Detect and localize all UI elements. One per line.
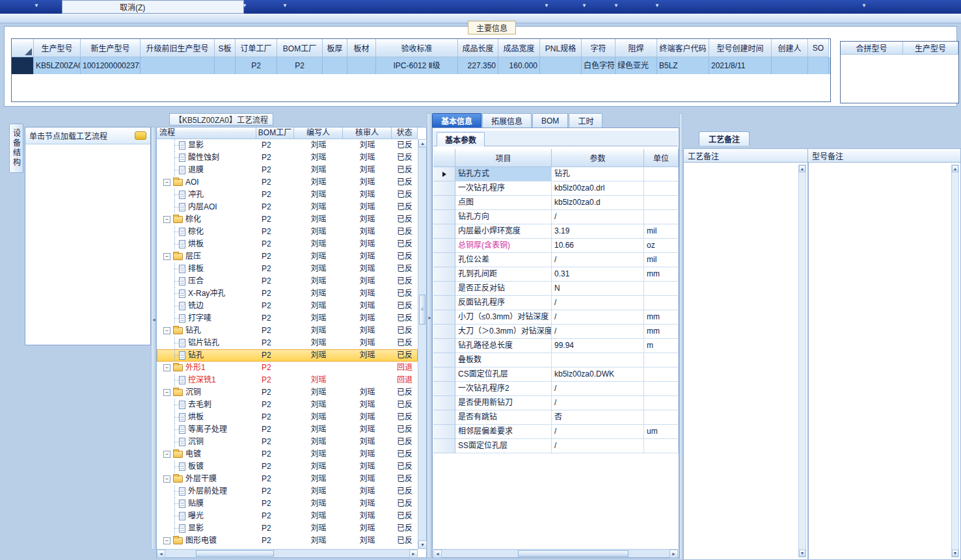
param-unit-cell[interactable]: mm [644,267,679,282]
param-value-cell[interactable]: / [552,325,644,339]
model-notes-body[interactable] [808,163,961,560]
scroll-down-button[interactable] [418,540,427,549]
column-header[interactable]: 成品宽度 [498,39,540,57]
collapse-right-icon[interactable]: ► [427,315,431,320]
tree-row[interactable]: X-Ray冲孔P2刘瑶刘瑶已反 [157,287,418,300]
column-header-process-notes[interactable]: 工艺备注 [683,148,808,163]
tree-row[interactable]: 压合P2刘瑶刘瑶已反 [157,275,418,287]
grid-cell[interactable]: IPC-6012 Ⅱ级 [376,57,458,74]
tree-row[interactable]: 沉铜P2刘瑶刘瑶已反 [157,386,418,399]
param-value-cell[interactable]: kb5lz00za0.drl [552,181,644,196]
grid-cell[interactable] [141,57,215,74]
param-row[interactable]: 是否使用新钻刀/ [433,396,679,410]
tree-row[interactable]: 层压P2刘瑶刘瑶已反 [157,250,418,263]
param-item-cell[interactable]: 是否正反对钻 [455,282,552,296]
column-header-item[interactable]: 项目 [455,149,552,167]
param-unit-cell[interactable] [644,367,679,382]
param-value-cell[interactable]: 否 [552,410,644,425]
tree-row[interactable]: 烘板P2刘瑶刘瑶已反 [157,238,418,250]
column-header-reviewer[interactable]: 核审人 [343,127,392,139]
tree-row[interactable]: 曝光P2刘瑶刘瑶已反 [157,510,418,522]
left-splitter[interactable]: ◄ [151,127,156,550]
notes-vertical-scrollbar[interactable] [951,165,959,557]
scroll-up-button[interactable] [952,165,958,172]
tree-row[interactable]: 铝片钻孔P2刘瑶刘瑶已反 [157,337,418,349]
tab-work-hours[interactable]: 工时 [569,113,602,127]
scrollbar-thumb[interactable] [518,550,629,557]
param-value-cell[interactable]: / [552,382,644,396]
param-row[interactable]: 小刀（≤0.3mm）对钻深度/mm [433,310,679,325]
param-item-cell[interactable]: 钻孔路径总长度 [455,339,552,353]
param-value-cell[interactable]: / [552,310,644,325]
collapse-icon[interactable] [163,216,170,223]
param-row[interactable]: 钻孔方向/ [433,210,679,224]
param-value-cell[interactable]: / [552,439,644,453]
param-row-selector[interactable] [433,210,455,224]
tree-row[interactable]: 外形1P2回退 [157,362,418,374]
param-row-selector[interactable] [433,425,455,439]
param-unit-cell[interactable] [644,167,679,181]
tree-row[interactable]: 贴膜P2刘瑶刘瑶已反 [157,498,418,510]
param-row-selector[interactable] [433,310,455,325]
collapse-icon[interactable] [163,475,170,483]
tab-bom[interactable]: BOM [532,113,568,127]
scroll-up-button[interactable] [799,165,805,172]
param-row[interactable]: 内层最小焊环宽度3.19mil [433,224,679,239]
param-item-cell[interactable]: SS面定位孔层 [455,439,552,453]
param-unit-cell[interactable] [644,181,679,196]
param-item-cell[interactable]: 点图 [455,196,552,210]
tree-row[interactable]: 排板P2刘瑶刘瑶已反 [157,263,418,275]
param-item-cell[interactable]: 反面钻孔程序 [455,296,552,310]
param-item-cell[interactable]: 钻孔方式 [455,167,552,181]
column-header-parameter[interactable]: 参数 [552,149,644,167]
param-row[interactable]: 是否有跳钻否 [433,410,679,425]
column-header[interactable]: 型号创建时间 [709,39,772,57]
param-row-selector[interactable] [433,382,455,396]
param-unit-cell[interactable] [644,353,679,367]
grid-cell[interactable] [772,57,808,74]
grid-cell[interactable]: 227.350 [458,57,498,74]
dropdown-arrow-icon[interactable] [543,3,550,10]
tree-row[interactable]: 棕化P2刘瑶刘瑶已反 [157,226,418,238]
param-row-selector[interactable] [433,282,455,296]
grid-cell[interactable] [540,57,582,74]
tree-row[interactable]: 退膜P2刘瑶刘瑶已反 [157,164,418,176]
grid-cell[interactable]: 绿色亚光 [616,57,657,74]
param-row-selector[interactable] [433,439,455,453]
tree-row[interactable]: 棕化P2刘瑶刘瑶已反 [157,213,418,226]
param-row[interactable]: 点图kb5lz00za0.d [433,196,679,210]
param-row-selector[interactable] [433,353,455,367]
param-row-selector[interactable] [433,267,455,282]
dropdown-arrow-icon[interactable] [33,3,40,10]
param-item-cell[interactable]: 孔位公差 [455,253,552,267]
grid-cell[interactable]: 10012000002373 [81,57,141,74]
grid-cell[interactable]: KB5LZ00ZA0 [34,57,81,74]
param-unit-cell[interactable]: mm [644,325,679,339]
param-row[interactable]: SS面定位孔层/ [433,439,679,453]
param-value-cell[interactable]: 钻孔 [552,167,644,181]
param-unit-cell[interactable] [644,410,679,425]
param-value-cell[interactable]: 10.66 [552,239,644,253]
grid-cell[interactable]: 白色字符 [582,57,616,74]
collapse-icon[interactable] [163,537,170,544]
tab-equipment-structure[interactable]: 设备结构 [9,124,23,173]
column-header[interactable]: 阻焊 [616,39,657,57]
param-unit-cell[interactable] [644,296,679,310]
param-item-cell[interactable]: 是否使用新钻刀 [455,396,552,410]
grid-cell[interactable] [215,57,236,74]
tree-row[interactable]: 钻孔P2刘瑶刘瑶已反 [157,349,418,362]
param-item-cell[interactable]: 钻孔方向 [455,210,552,224]
column-header-unit[interactable]: 单位 [644,149,679,167]
param-row-selector[interactable] [433,239,455,253]
param-unit-cell[interactable] [644,382,679,396]
param-row[interactable]: CS面定位孔层kb5lz00za0.DWK [433,367,679,382]
tree-horizontal-scrollbar[interactable] [157,549,418,557]
column-header[interactable]: 终端客户代码 [657,39,709,57]
tree-row[interactable]: 等离子处理P2刘瑶刘瑶已反 [157,423,418,436]
param-unit-cell[interactable] [644,439,679,453]
tree-row[interactable]: 烘板P2刘瑶刘瑶已反 [157,411,418,423]
column-header[interactable]: 成品长度 [458,39,498,57]
param-unit-cell[interactable] [644,210,679,224]
param-item-cell[interactable]: 叠板数 [455,353,552,367]
tree-row[interactable]: 外层前处理P2刘瑶刘瑶已反 [157,485,418,498]
